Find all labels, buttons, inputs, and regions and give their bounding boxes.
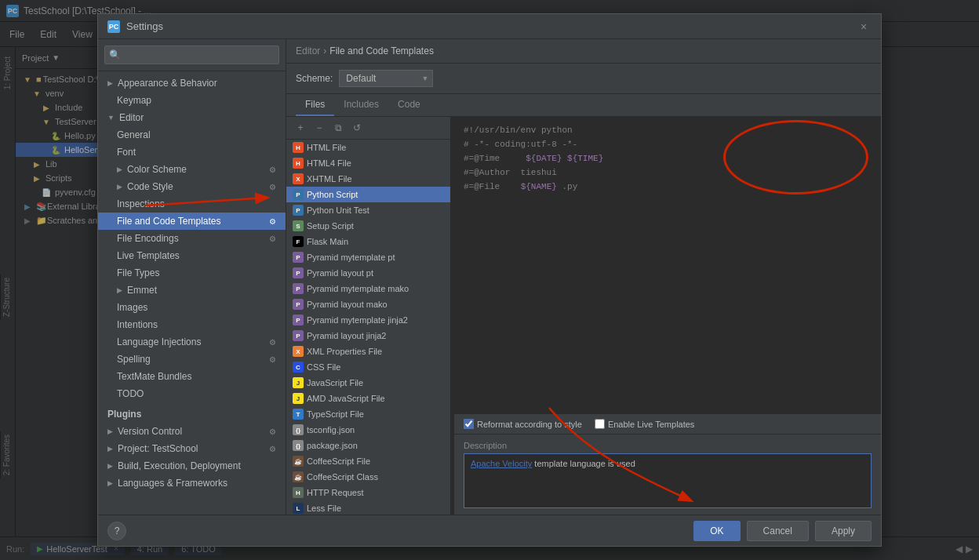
list-item-flask-main[interactable]: F Flask Main (286, 234, 450, 249)
editor-area: #!/usr/bin/env python # -*- coding:utf-8… (454, 117, 881, 515)
apply-button[interactable]: Apply (815, 521, 872, 541)
list-item-amd-js[interactable]: J AMD JavaScript File (286, 391, 450, 406)
nav-live-templates[interactable]: Live Templates (98, 247, 286, 264)
nav-color-scheme-arrow: ▶ (117, 165, 122, 173)
code-line-4: #=@Author tieshui (464, 165, 872, 180)
list-item-coffeescript[interactable]: ☕ CoffeeScript File (286, 453, 450, 469)
tab-files[interactable]: Files (296, 94, 334, 116)
nav-intentions[interactable]: Intentions (98, 316, 286, 333)
help-button[interactable]: ? (107, 522, 126, 540)
live-templates-checkbox[interactable] (595, 419, 605, 429)
code-line-1: #!/usr/bin/env python (464, 123, 872, 137)
nav-build[interactable]: ▶ Build, Execution, Deployment (98, 457, 286, 475)
breadcrumb-current: File and Code Templates (329, 45, 434, 56)
nav-color-scheme-label: Color Scheme (127, 164, 187, 175)
nav-file-encodings-label: File Encodings (117, 233, 179, 244)
nav-file-encodings[interactable]: File Encodings ⚙ (98, 230, 286, 247)
nav-todo-label: TODO (117, 388, 144, 399)
list-item-coffeescript-class[interactable]: ☕ CoffeeScript Class (286, 469, 450, 485)
code-line-3: #=@Time ${DATE} ${TIME} (464, 151, 872, 165)
list-item-python-unit-test[interactable]: P Python Unit Test (286, 202, 450, 218)
nav-file-types[interactable]: File Types (98, 264, 286, 282)
nav-color-scheme[interactable]: ▶ Color Scheme ⚙ (98, 161, 286, 178)
reformat-checkbox[interactable] (464, 419, 474, 429)
settings-dialog: PC Settings × 🔍 (97, 13, 882, 547)
ok-button[interactable]: OK (693, 521, 740, 541)
list-item-package-json[interactable]: {} package.json (286, 438, 450, 453)
nav-build-arrow: ▶ (107, 462, 113, 470)
list-item-xml-properties[interactable]: X XML Properties File (286, 344, 450, 359)
pyramid-layout-jinja2-icon: P (293, 330, 304, 341)
vc-settings-icon: ⚙ (269, 427, 276, 436)
code-line-2: # -*- coding:utf-8 -*- (464, 137, 872, 151)
list-item-ts-file[interactable]: T TypeScript File (286, 406, 450, 422)
tab-files-label: Files (305, 99, 325, 110)
list-item-tsconfig[interactable]: {} tsconfig.json (286, 422, 450, 438)
amd-js-label: AMD JavaScript File (307, 394, 385, 403)
nav-textmate[interactable]: TextMate Bundles (98, 368, 286, 385)
apache-velocity-link[interactable]: Apache Velocity (471, 459, 532, 468)
nav-textmate-label: TextMate Bundles (117, 371, 191, 382)
list-item-pyramid-layout-mako[interactable]: P Pyramid layout mako (286, 296, 450, 312)
nav-file-code-templates-label: File and Code Templates (117, 216, 221, 227)
nav-inspections[interactable]: Inspections (98, 195, 286, 213)
nav-file-code-templates[interactable]: File and Code Templates ⚙ (98, 213, 286, 230)
code-author-comment: #=@Author tieshui (464, 168, 557, 177)
nav-plugins[interactable]: Plugins (98, 405, 286, 423)
nav-todo[interactable]: TODO (98, 385, 286, 402)
list-item-html-file[interactable]: H HTML File (286, 140, 450, 155)
remove-template-button[interactable]: − (311, 120, 327, 136)
scheme-select[interactable]: Default Project (339, 70, 433, 87)
list-item-less-file[interactable]: L Less File (286, 500, 450, 515)
list-item-python-script[interactable]: P Python Script (286, 187, 450, 202)
nav-version-control[interactable]: ▶ Version Control ⚙ (98, 423, 286, 440)
nav-languages[interactable]: ▶ Languages & Frameworks (98, 475, 286, 492)
nav-inspections-label: Inspections (117, 198, 165, 209)
list-item-html4-file[interactable]: H HTML4 File (286, 155, 450, 171)
dialog-close-button[interactable]: × (856, 19, 872, 35)
nav-code-style[interactable]: ▶ Code Style ⚙ (98, 178, 286, 195)
list-item-js-file[interactable]: J JavaScript File (286, 375, 450, 391)
list-item-css-file[interactable]: C CSS File (286, 359, 450, 375)
nav-editor-label: Editor (119, 112, 144, 123)
code-editor[interactable]: #!/usr/bin/env python # -*- coding:utf-8… (454, 117, 881, 413)
list-item-xhtml-file[interactable]: X XHTML File (286, 171, 450, 187)
nav-project-testschool[interactable]: ▶ Project: TestSchool ⚙ (98, 440, 286, 457)
reset-template-button[interactable]: ↺ (349, 120, 365, 136)
ide-window: PC TestSchool [D:\TestSchool] - ... File… (0, 0, 979, 560)
list-item-pyramid-mako[interactable]: P Pyramid mytemplate mako (286, 281, 450, 296)
nav-appearance[interactable]: ▶ Appearance & Behavior (98, 75, 286, 92)
cancel-button[interactable]: Cancel (747, 521, 809, 541)
nav-emmet[interactable]: ▶ Emmet (98, 282, 286, 299)
list-item-http-request[interactable]: H HTTP Request (286, 485, 450, 500)
http-request-icon: H (293, 487, 304, 498)
nav-spelling[interactable]: Spelling ⚙ (98, 351, 286, 368)
add-template-button[interactable]: + (293, 120, 308, 136)
nav-project-label: Project: TestSchool (118, 443, 198, 454)
nav-keymap[interactable]: Keymap (98, 92, 286, 109)
list-item-setup-script[interactable]: S Setup Script (286, 218, 450, 234)
list-item-pyramid-jinja2[interactable]: P Pyramid mytemplate jinja2 (286, 312, 450, 328)
python-unit-label: Python Unit Test (307, 205, 369, 215)
live-templates-option: Enable Live Templates (595, 419, 694, 429)
coffeescript-label: CoffeeScript File (307, 456, 370, 466)
list-item-pyramid-layout-jinja2[interactable]: P Pyramid layout jinja2 (286, 328, 450, 344)
nav-version-control-arrow: ▶ (107, 427, 113, 435)
list-item-pyramid-pt[interactable]: P Pyramid mytemplate pt (286, 249, 450, 265)
remove-icon: − (316, 122, 322, 133)
nav-plugins-label: Plugins (107, 409, 141, 420)
nav-images[interactable]: Images (98, 299, 286, 316)
list-item-pyramid-layout-pt[interactable]: P Pyramid layout pt (286, 265, 450, 281)
pyramid-layout-mako-icon: P (293, 299, 304, 310)
nav-language-injections[interactable]: Language Injections ⚙ (98, 333, 286, 351)
settings-nav: 🔍 ▶ Appearance & Behavior Ke (98, 39, 286, 515)
python-script-label: Python Script (307, 190, 358, 199)
settings-search-input[interactable] (104, 45, 279, 64)
tab-includes[interactable]: Includes (334, 94, 388, 116)
copy-template-button[interactable]: ⧉ (330, 120, 346, 136)
tab-code[interactable]: Code (388, 94, 430, 116)
nav-general[interactable]: General (98, 126, 286, 144)
nav-editor[interactable]: ▼ Editor (98, 109, 286, 126)
code-date-var: ${DATE} (526, 154, 562, 163)
nav-font[interactable]: Font (98, 144, 286, 161)
